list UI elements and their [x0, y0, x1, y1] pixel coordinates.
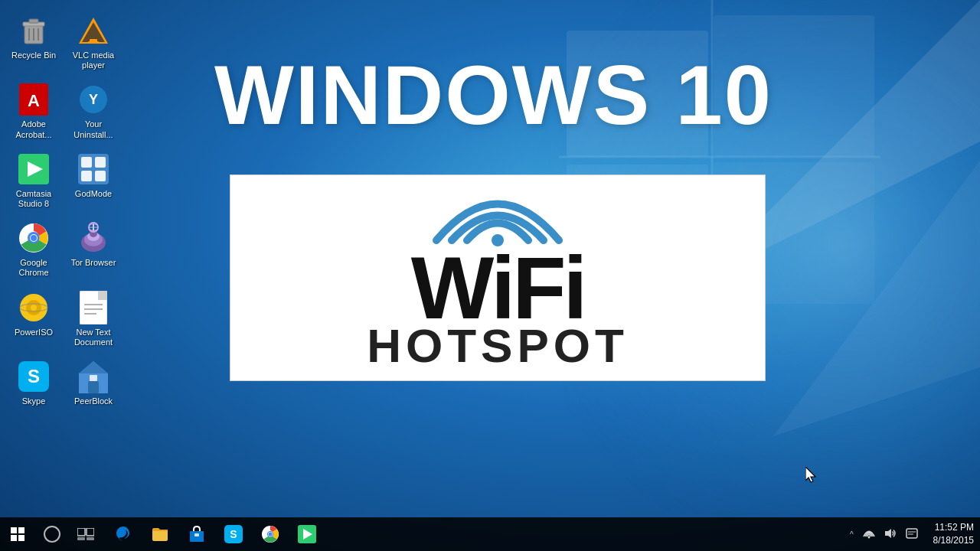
desktop-icon-acrobat[interactable]: A Adobe Acrobat... [4, 77, 64, 145]
svg-rect-56 [90, 375, 97, 381]
svg-rect-60 [18, 527, 24, 533]
windows10-title: WINDOWS 10 [214, 46, 773, 143]
svg-rect-18 [88, 41, 99, 44]
icon-row-2: Camtasia Studio 8 GodMode [4, 146, 123, 215]
svg-text:A: A [28, 91, 40, 110]
taskbar-store[interactable] [179, 517, 214, 551]
desktop: WINDOWS 10 Recycle Bin [0, 0, 980, 551]
tray-volume[interactable] [881, 527, 900, 543]
icon-row-4: PowerISO New Text Document [4, 285, 123, 354]
svg-rect-65 [87, 528, 94, 536]
desktop-icon-peerblock[interactable]: PeerBlock [64, 354, 123, 412]
peerblock-icon [77, 360, 110, 393]
tor-label: Tor Browser [71, 258, 116, 268]
camtasia-label: Camtasia Studio 8 [7, 189, 60, 209]
desktop-icon-tor[interactable]: Tor Browser [64, 215, 123, 284]
svg-rect-70 [194, 533, 199, 536]
desktop-icon-recycle-bin[interactable]: Recycle Bin [4, 8, 64, 77]
acrobat-icon: A [17, 83, 51, 116]
taskbar-items: S [103, 517, 841, 551]
start-button[interactable] [0, 517, 35, 551]
uninstall-icon: Y [77, 83, 110, 116]
chrome-icon [17, 221, 51, 255]
wifi-hotspot-image: W i Fi HOTSPOT [230, 174, 766, 381]
icon-row-1: A Adobe Acrobat... Y Your Uninstall... [4, 77, 123, 145]
svg-text:S: S [230, 528, 237, 540]
icon-row-3: Google Chrome [4, 215, 123, 284]
taskbar-edge[interactable] [106, 517, 141, 551]
svg-marker-80 [885, 529, 891, 538]
skype-icon: S [17, 360, 51, 393]
desktop-icons-container: Recycle Bin VLC media player [0, 0, 127, 420]
hotspot-text: HOTSPOT [367, 318, 629, 373]
desktop-icon-poweriso[interactable]: PowerISO [4, 285, 64, 354]
svg-rect-26 [81, 157, 92, 168]
svg-marker-54 [79, 361, 108, 373]
vlc-label: VLC media player [67, 51, 120, 70]
cortana-search[interactable] [35, 517, 69, 551]
svg-rect-66 [77, 537, 85, 540]
acrobat-label: Adobe Acrobat... [7, 119, 60, 139]
tray-message[interactable] [903, 527, 921, 543]
tor-icon [77, 221, 110, 255]
icon-row-0: Recycle Bin VLC media player [4, 8, 123, 77]
taskbar-file-explorer[interactable] [142, 517, 178, 551]
poweriso-icon [17, 291, 51, 324]
godmode-icon [77, 152, 110, 186]
chrome-label: Google Chrome [7, 258, 60, 278]
svg-rect-11 [29, 19, 38, 23]
uninstall-label: Your Uninstall... [67, 119, 120, 139]
taskbar: S [0, 517, 980, 551]
wifi-hotspot-content: W i Fi HOTSPOT [230, 175, 765, 380]
desktop-icon-uninstall[interactable]: Y Your Uninstall... [64, 77, 123, 145]
desktop-icon-skype[interactable]: S Skype [4, 354, 64, 412]
tray-chevron[interactable]: ^ [847, 529, 857, 540]
godmode-label: GodMode [75, 189, 112, 199]
svg-text:S: S [28, 366, 40, 386]
tray-network[interactable] [860, 527, 878, 543]
desktop-icon-godmode[interactable]: GodMode [64, 146, 123, 215]
poweriso-label: PowerISO [15, 328, 53, 337]
svg-rect-62 [18, 535, 24, 541]
svg-rect-64 [77, 528, 85, 536]
svg-point-44 [31, 305, 37, 311]
svg-rect-68 [152, 530, 168, 541]
system-tray: ^ [841, 527, 927, 543]
desktop-icon-textdoc[interactable]: New Text Document [64, 285, 123, 354]
svg-point-79 [867, 536, 870, 538]
desktop-icon-chrome[interactable]: Google Chrome [4, 215, 64, 284]
taskbar-camtasia[interactable] [289, 517, 325, 551]
svg-rect-29 [95, 171, 106, 181]
icon-row-5: S Skype PeerBlock [4, 354, 123, 412]
skype-label: Skype [22, 396, 46, 406]
svg-text:Y: Y [89, 92, 98, 107]
taskbar-chrome[interactable] [253, 517, 288, 551]
peerblock-label: PeerBlock [74, 396, 113, 406]
recycle-bin-label: Recycle Bin [11, 51, 56, 60]
textdoc-label: New Text Document [67, 328, 120, 347]
svg-rect-55 [88, 381, 99, 393]
textfile-icon [77, 291, 110, 324]
clock-time: 11:52 PM [933, 521, 974, 534]
taskbar-clock[interactable]: 11:52 PM 8/18/2015 [927, 521, 980, 547]
svg-point-76 [269, 533, 273, 536]
svg-point-63 [44, 527, 60, 542]
svg-rect-67 [87, 537, 94, 540]
camtasia-icon [17, 152, 51, 186]
svg-rect-61 [11, 535, 17, 541]
svg-point-34 [31, 235, 37, 241]
desktop-icon-camtasia[interactable]: Camtasia Studio 8 [4, 146, 64, 215]
taskbar-skype[interactable]: S [216, 517, 251, 551]
svg-rect-27 [95, 157, 106, 168]
svg-rect-81 [906, 529, 917, 538]
svg-rect-28 [81, 171, 92, 181]
desktop-icon-vlc[interactable]: VLC media player [64, 8, 123, 77]
svg-rect-59 [11, 527, 17, 533]
svg-rect-47 [98, 291, 107, 300]
task-view-button[interactable] [69, 517, 103, 551]
vlc-icon [77, 14, 110, 47]
recycle-bin-icon [17, 14, 51, 47]
clock-date: 8/18/2015 [933, 534, 974, 547]
